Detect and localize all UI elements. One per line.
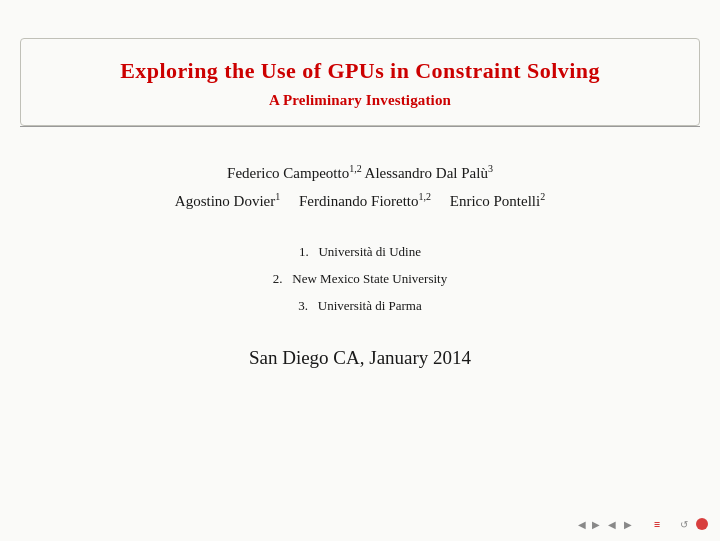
author-fioretto: Ferdinando Fioretto1,2 [284,193,431,209]
sup-campeotto: 1,2 [349,163,362,174]
sup-dovier: 1 [275,191,280,202]
nav-refresh[interactable]: ↺ [680,519,688,530]
subtitle: A Preliminary Investigation [41,92,679,109]
affiliations-section: 1. Università di Udine 2. New Mexico Sta… [273,238,447,320]
sup-fioretto: 1,2 [419,191,432,202]
nav-separator1: ◀ [608,519,616,530]
navigation-bar: ◀ ▶ ◀ ▶ ≡ ↺ [578,515,708,533]
nav-spacer2 [668,515,672,533]
affiliation-2: 2. New Mexico State University [273,265,447,292]
nav-menu-icon[interactable]: ≡ [654,518,660,530]
sup-dalpalu: 3 [488,163,493,174]
authors-line2: Agostino Dovier1 Ferdinando Fioretto1,2 … [175,187,545,216]
nav-arrow-left1[interactable]: ◀ [578,519,586,530]
affiliation-3: 3. Università di Parma [273,292,447,319]
authors-section: Federico Campeotto1,2 Alessandro Dal Pal… [175,159,545,216]
authors-line1: Federico Campeotto1,2 Alessandro Dal Pal… [175,159,545,188]
sup-pontelli: 2 [540,191,545,202]
nav-spacer [641,515,645,533]
author-dovier: Agostino Dovier1 [175,193,280,209]
affiliation-1: 1. Università di Udine [273,238,447,265]
author-dalpalu: Alessandro Dal Palù3 [365,165,493,181]
author-campeotto: Federico Campeotto1,2 [227,165,362,181]
divider [20,126,700,127]
nav-end-dot [696,518,708,530]
nav-arrow-left2[interactable]: ▶ [624,519,632,530]
slide: Exploring the Use of GPUs in Constraint … [0,0,720,541]
title-box: Exploring the Use of GPUs in Constraint … [20,38,700,126]
nav-arrow-right1[interactable]: ▶ [592,519,600,530]
venue: San Diego CA, January 2014 [249,347,471,369]
author-pontelli: Enrico Pontelli2 [435,193,545,209]
main-title: Exploring the Use of GPUs in Constraint … [41,57,679,86]
